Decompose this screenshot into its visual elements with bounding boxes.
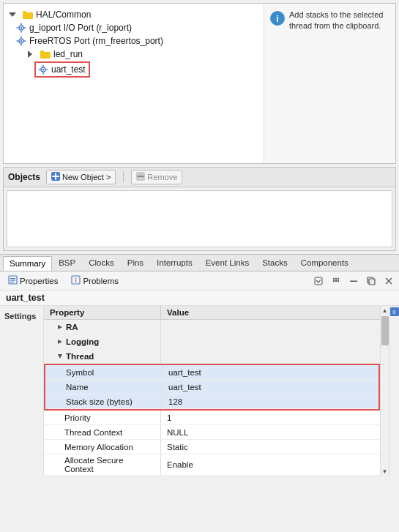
svg-marker-47 <box>58 340 62 344</box>
prop-thread-ctx-name: Thread Context <box>44 425 161 439</box>
tabs-bar: Summary BSP Clocks Pins Interrupts Event… <box>0 254 399 271</box>
tree-item-root[interactable]: HAL/Common <box>7 8 261 21</box>
svg-marker-46 <box>58 325 62 329</box>
properties-label: Properties <box>20 277 58 285</box>
scroll-down-btn[interactable]: ▼ <box>381 467 389 476</box>
svg-rect-12 <box>17 40 19 42</box>
problems-tab-btn[interactable]: Problems <box>66 273 124 288</box>
props-container: Settings Property Value RA <box>0 306 399 476</box>
right-btn-1[interactable]: 0 <box>390 307 399 316</box>
svg-rect-20 <box>39 69 41 70</box>
info-panel: i Add stacks to the selected thread from… <box>264 4 395 163</box>
toolbar-close[interactable] <box>381 274 396 288</box>
tree-item-led-run[interactable]: led_run <box>24 48 261 61</box>
tab-clocks[interactable]: Clocks <box>82 255 121 270</box>
svg-marker-48 <box>58 354 62 359</box>
svg-rect-13 <box>24 40 26 42</box>
tree-item-g-ioport-label: g_ioport I/O Port (r_ioport) <box>29 23 132 33</box>
tree-item-uart-label: uart_test <box>51 64 86 75</box>
folder-icon <box>22 9 34 20</box>
row-stack-size[interactable]: Stack size (bytes) 128 <box>45 394 379 409</box>
tab-bsp[interactable]: BSP <box>52 255 82 270</box>
highlighted-rows-group: Symbol uart_test Name uart_test Stack si… <box>44 364 380 411</box>
svg-rect-5 <box>20 31 22 33</box>
prop-secure-ctx-name: Allocate Secure Context <box>44 454 161 475</box>
header-property: Property <box>44 306 161 319</box>
group-ra-name: RA <box>44 320 161 334</box>
scroll-up-btn[interactable]: ▲ <box>381 306 389 315</box>
gear-icon-uart <box>37 64 49 75</box>
scroll-thumb[interactable] <box>381 316 389 345</box>
row-thread-context[interactable]: Thread Context NULL <box>44 425 380 440</box>
group-thread-value <box>161 349 380 363</box>
objects-header: Objects New Object > Remove <box>4 168 395 187</box>
tab-interrupts[interactable]: Interrupts <box>150 255 199 270</box>
gear-icon-freertos <box>15 35 27 47</box>
svg-rect-24 <box>52 176 59 177</box>
right-panel-buttons: 0 <box>389 306 399 476</box>
prop-secure-ctx-value: Enable <box>161 454 380 475</box>
row-priority[interactable]: Priority 1 <box>44 411 380 425</box>
tree-item-g-ioport[interactable]: g_ioport I/O Port (r_ioport) <box>14 21 261 34</box>
svg-rect-34 <box>315 277 322 285</box>
toolbar-action-1[interactable] <box>311 274 326 288</box>
svg-point-9 <box>20 40 22 42</box>
toolbar-minimize[interactable] <box>346 274 361 288</box>
svg-rect-4 <box>20 23 22 26</box>
tab-summary[interactable]: Summary <box>3 256 52 271</box>
new-object-button[interactable]: New Object > <box>46 170 116 184</box>
svg-rect-7 <box>24 27 26 29</box>
remove-button[interactable]: Remove <box>131 170 182 184</box>
new-object-label: New Object > <box>62 173 111 181</box>
row-secure-ctx[interactable]: Allocate Secure Context Enable <box>44 454 380 476</box>
toolbar: Properties Problems <box>0 271 399 291</box>
header-value: Value <box>161 306 380 319</box>
group-ra[interactable]: RA <box>44 320 380 334</box>
scrollbar: ▲ ▼ <box>380 306 389 476</box>
prop-symbol-name: Symbol <box>45 365 163 379</box>
objects-panel: Objects New Object > Remove <box>3 167 396 251</box>
toolbar-action-2[interactable] <box>329 274 343 288</box>
group-thread[interactable]: Thread <box>44 349 380 364</box>
remove-label: Remove <box>147 173 177 181</box>
tab-components[interactable]: Components <box>294 255 355 270</box>
props-header: Property Value <box>44 306 380 320</box>
prop-thread-ctx-value: NULL <box>161 425 380 439</box>
properties-outer: Settings Property Value RA <box>0 306 399 476</box>
svg-point-40 <box>338 280 339 281</box>
prop-stack-name: Stack size (bytes) <box>45 394 163 408</box>
row-memory-alloc[interactable]: Memory Allocation Static <box>44 440 380 454</box>
svg-point-35 <box>333 277 335 279</box>
prop-priority-value: 1 <box>161 411 380 424</box>
tree-item-led-label: led_run <box>53 49 83 59</box>
toolbar-restore[interactable] <box>364 274 379 288</box>
row-symbol[interactable]: Symbol uart_test <box>45 365 379 380</box>
settings-sidebar: Settings <box>0 306 44 476</box>
tree-item-freertos[interactable]: FreeRTOS Port (rm_freertos_port) <box>14 34 261 48</box>
arrow-right-icon-logging <box>57 337 63 346</box>
prop-mem-alloc-name: Memory Allocation <box>44 440 161 454</box>
tab-stacks[interactable]: Stacks <box>256 255 294 270</box>
prop-mem-alloc-value: Static <box>161 440 380 454</box>
tree-item-uart-test[interactable]: uart_test <box>34 61 90 78</box>
properties-tab-btn[interactable]: Properties <box>3 273 63 288</box>
svg-rect-33 <box>75 280 76 283</box>
settings-label: Settings <box>4 312 36 321</box>
svg-rect-10 <box>20 37 22 39</box>
properties-icon <box>8 275 18 286</box>
svg-point-39 <box>335 280 337 281</box>
svg-point-36 <box>335 277 337 279</box>
tab-pins[interactable]: Pins <box>121 255 150 270</box>
arrow-down-icon <box>8 9 20 20</box>
divider <box>123 172 124 182</box>
svg-point-17 <box>42 69 44 70</box>
tab-event-links[interactable]: Event Links <box>199 255 256 270</box>
props-table: Property Value RA <box>44 306 380 476</box>
remove-icon <box>136 172 145 182</box>
group-logging[interactable]: Logging <box>44 334 380 349</box>
arrow-right-icon-ra <box>57 323 63 331</box>
svg-rect-1 <box>23 11 26 14</box>
group-logging-value <box>161 334 380 348</box>
row-name[interactable]: Name uart_test <box>45 380 379 394</box>
group-thread-name: Thread <box>44 349 161 363</box>
